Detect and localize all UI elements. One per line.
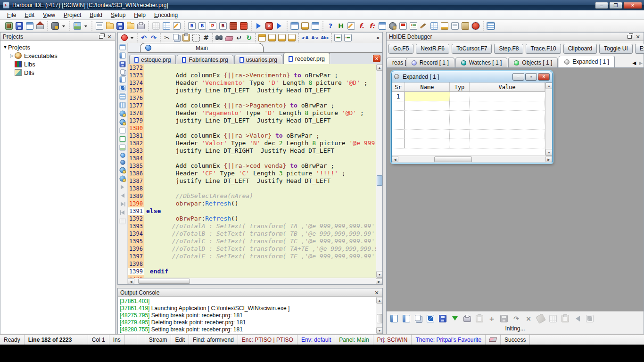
debugger-button-nextr-f6[interactable]: NextR.F6 [416, 44, 449, 54]
cell-name[interactable] [405, 130, 450, 139]
reload-icon[interactable]: ↻ [245, 34, 253, 41]
panels-icon[interactable] [441, 22, 448, 30]
changelog-icon[interactable] [347, 22, 355, 30]
table-row[interactable] [392, 111, 545, 120]
title-bar[interactable]: Harbour IDE (r417) [SCIWIN] [C:/fontes/S… [0, 0, 644, 10]
stop-build-icon[interactable]: × [265, 22, 273, 30]
environments-icon[interactable] [389, 22, 396, 30]
console-toggle-icon[interactable] [487, 22, 495, 30]
menu-encoding[interactable]: Encoding [150, 11, 182, 19]
line-number[interactable]: 1397 [128, 253, 144, 260]
column-header-value[interactable]: Value [470, 82, 545, 91]
output-console-titlebar[interactable]: Output Console ✕ [118, 288, 382, 297]
launch-app-icon[interactable] [276, 22, 283, 30]
scroll-up-icon[interactable]: ▲ [376, 64, 382, 71]
cell-name[interactable] [405, 101, 450, 110]
tasks-icon[interactable] [410, 22, 417, 30]
expand-icon[interactable] [120, 85, 126, 91]
line-number[interactable]: 1376 [128, 94, 144, 102]
line-number[interactable]: 1377 [128, 102, 144, 109]
expanded-hscrollbar[interactable]: ◀ ▶ [392, 156, 552, 163]
cell-name[interactable] [405, 139, 450, 148]
dbg-clipboard-icon[interactable] [561, 315, 569, 322]
menu-help[interactable]: Help [130, 11, 150, 19]
web-zoom-out-icon[interactable] [120, 119, 126, 125]
editor-vscroll-thumb[interactable] [377, 175, 382, 186]
bookmarks-icon[interactable] [399, 22, 407, 30]
line-number[interactable]: 1395 [128, 238, 144, 245]
table-row[interactable]: 1 [392, 92, 545, 101]
line-number[interactable]: 1379 [128, 117, 144, 124]
close-button[interactable]: × [623, 2, 642, 9]
debugger-tab-expanded-1-[interactable]: Expanded [ 1 ] [559, 56, 614, 67]
code-line[interactable]: 1381 Add columnEx {||ra->Valor} to oBrwP… [128, 132, 376, 140]
expanded-hscroll-thumb[interactable] [434, 156, 472, 162]
pane-split-icon[interactable] [120, 145, 126, 151]
split-h-icon[interactable] [120, 53, 126, 59]
dbg-add-watch-icon[interactable]: + [488, 315, 495, 322]
expanded-close-icon[interactable]: × [538, 73, 550, 81]
zoom-out-icon[interactable] [120, 176, 126, 182]
line-number[interactable]: 1394 [128, 230, 144, 238]
code-line[interactable]: 1398 [128, 260, 376, 268]
debugger-button-toggle-ui[interactable]: Toggle UI [599, 44, 633, 54]
build-icon[interactable]: B [219, 22, 227, 30]
line-number[interactable]: 1378 [128, 109, 144, 117]
line-number[interactable]: 1389 [128, 192, 144, 200]
invert-case-icon[interactable]: Abc [321, 34, 329, 41]
cell-name[interactable] [405, 111, 450, 120]
debugger-button-clipboard[interactable]: Clipboard [563, 44, 597, 54]
tree-item-executables[interactable]: ▷Executables [0, 51, 115, 60]
table-row[interactable] [392, 101, 545, 111]
save-file-icon[interactable] [116, 22, 124, 30]
cell-name[interactable] [405, 120, 450, 129]
line-number[interactable]: 1374 [128, 79, 144, 87]
line-number[interactable]: 1385 [128, 162, 144, 170]
scroll-left-icon[interactable]: ◀ [128, 278, 134, 284]
code-line[interactable]: 1386 Header 'CF' Type 'C' Length 3 pictu… [128, 170, 376, 177]
open-project-icon[interactable] [127, 23, 134, 29]
editor-toolbar-overflow-icon[interactable]: » [373, 34, 382, 41]
rows-icon[interactable] [120, 94, 126, 100]
code-line[interactable]: 1377 Add columnEx {||ra->Pagamento} to o… [128, 102, 376, 109]
code-line[interactable]: 1380 [128, 124, 376, 132]
editor-hscroll-thumb[interactable] [138, 279, 190, 284]
line-number[interactable]: 1391 [128, 207, 144, 215]
dbg-redo-icon[interactable]: ↷ [512, 315, 520, 322]
expanded-scroll-down-icon[interactable]: ▼ [545, 149, 552, 156]
editor-vscrollbar[interactable]: ▲ ▼ [376, 64, 382, 278]
backup-icon[interactable] [462, 22, 469, 30]
tree-item-projects[interactable]: ▼Projects [0, 43, 115, 51]
print-icon[interactable] [137, 24, 145, 29]
line-number[interactable]: 1398 [128, 260, 144, 268]
doc-dim-icon[interactable] [120, 218, 126, 224]
build-launch-icon[interactable] [255, 22, 263, 30]
mark2-icon[interactable] [120, 160, 125, 165]
line-number[interactable]: 1390 [128, 200, 144, 207]
code-line[interactable]: 1374 Header 'Vencimento' Type 'D' Length… [128, 79, 376, 87]
menu-edit[interactable]: Edit [20, 11, 39, 19]
debugger-tab-watches-1-[interactable]: Watches [ 1 ] [455, 58, 508, 67]
rebuild-all-icon[interactable] [240, 22, 248, 30]
themes-dropdown-icon[interactable] [84, 22, 88, 30]
new-file-icon[interactable] [96, 22, 103, 30]
cell-name[interactable] [405, 92, 450, 101]
dbg-save-icon[interactable] [439, 315, 446, 322]
line-number[interactable]: 1380 [128, 124, 144, 132]
select-block-icon[interactable] [192, 34, 200, 41]
home-icon[interactable] [36, 25, 44, 29]
file-tab-fabricantes-prg[interactable]: Fabricantes.prg [177, 55, 233, 64]
debugger-titlebar[interactable]: HbIDE Debugger ✕ [387, 33, 644, 41]
open-file-icon[interactable] [106, 23, 114, 29]
minimize-button[interactable]: – [595, 2, 608, 9]
code-line[interactable]: 1390 obrwpar:Refresh() [128, 200, 376, 207]
line-number[interactable]: 1386 [128, 170, 144, 177]
dbg-clear-icon[interactable] [536, 313, 546, 324]
float-panel-icon[interactable] [99, 35, 103, 39]
code-line[interactable]: 1388 [128, 185, 376, 192]
dbg-back-icon[interactable] [574, 315, 581, 322]
properties-icon[interactable] [379, 22, 386, 30]
build-all-icon[interactable] [230, 22, 237, 30]
code-line[interactable]: 1372 [128, 64, 376, 72]
menu-build[interactable]: Build [85, 11, 107, 19]
